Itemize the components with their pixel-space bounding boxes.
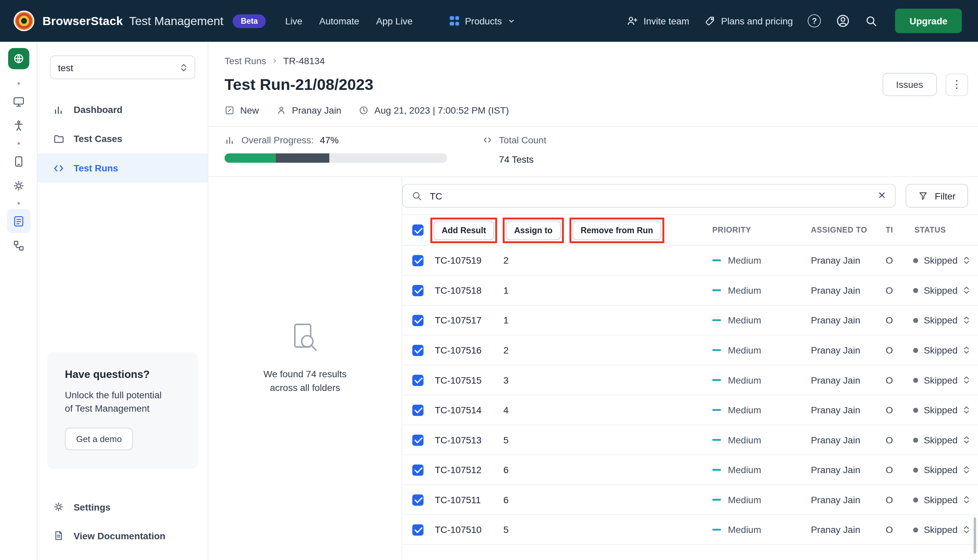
test-case-title: 6: [503, 465, 712, 475]
breadcrumb-test-runs[interactable]: Test Runs: [225, 55, 266, 66]
add-result-button[interactable]: Add Result: [434, 220, 494, 240]
priority-cell: Medium: [712, 524, 811, 535]
rail-live-icon[interactable]: [7, 89, 30, 113]
rail-settings-product-icon[interactable]: [7, 173, 30, 198]
status-dot-icon: [913, 527, 918, 532]
priority-label: Medium: [728, 345, 761, 355]
plans-pricing-button[interactable]: Plans and pricing: [704, 15, 793, 27]
status-label: Skipped: [924, 465, 958, 475]
row-checkbox[interactable]: [412, 285, 424, 296]
clear-search-icon[interactable]: ✕: [878, 191, 886, 201]
products-menu[interactable]: Products: [450, 16, 515, 27]
sidebar-item-label: Test Runs: [73, 163, 118, 173]
assign-to-button[interactable]: Assign to: [506, 220, 561, 240]
sidebar: test Dashboard Test Cases Test Runs H: [37, 42, 208, 560]
documentation-label: View Documentation: [73, 530, 165, 541]
filter-button[interactable]: Filter: [905, 184, 968, 207]
nav-link-app-live[interactable]: App Live: [376, 16, 412, 27]
row-checkbox[interactable]: [412, 375, 424, 386]
table-row[interactable]: TC-107513 5 Medium Pranay Jain O Skipped: [402, 425, 978, 455]
bar-chart-icon: [53, 104, 65, 115]
row-checkbox[interactable]: [412, 524, 424, 535]
status-select[interactable]: Skipped: [905, 524, 978, 535]
rail-test-observability-icon[interactable]: [7, 233, 30, 258]
priority-medium-icon: [712, 499, 721, 501]
priority-cell: Medium: [712, 255, 811, 266]
status-select[interactable]: Skipped: [905, 435, 978, 445]
settings-button[interactable]: Settings: [37, 493, 208, 521]
sidebar-item-dashboard[interactable]: Dashboard: [37, 95, 208, 124]
invite-team-button[interactable]: Invite team: [626, 15, 689, 27]
view-documentation-button[interactable]: View Documentation: [37, 521, 208, 550]
test-case-title: 5: [503, 524, 712, 535]
upgrade-button[interactable]: Upgrade: [895, 9, 961, 33]
breadcrumb-separator-icon: ›: [273, 55, 276, 66]
rail-test-management-icon[interactable]: [7, 209, 30, 233]
test-case-title: 3: [503, 375, 712, 386]
select-all-checkbox[interactable]: [412, 225, 424, 236]
table-row[interactable]: TC-107511 6 Medium Pranay Jain O Skipped: [402, 485, 978, 515]
table-row[interactable]: TC-107518 1 Medium Pranay Jain O Skipped: [402, 276, 978, 306]
rail-app-automate-icon[interactable]: [7, 149, 30, 173]
status-select[interactable]: Skipped: [905, 465, 978, 475]
remove-from-run-button[interactable]: Remove from Run: [572, 220, 661, 240]
status-select[interactable]: Skipped: [905, 405, 978, 415]
project-selector[interactable]: test: [50, 55, 195, 79]
ti-cell: O: [886, 315, 905, 325]
rail-accessibility-icon[interactable]: [7, 113, 30, 138]
updown-chevron-icon: [963, 375, 970, 385]
updown-chevron-icon: [963, 315, 970, 325]
status-select[interactable]: Skipped: [905, 375, 978, 386]
row-checkbox[interactable]: [412, 494, 424, 505]
table-row[interactable]: TC-107517 1 Medium Pranay Jain O Skipped: [402, 305, 978, 335]
total-count-value: 74 Tests: [482, 154, 546, 165]
browserstack-logo-icon[interactable]: [14, 11, 34, 32]
get-demo-button[interactable]: Get a demo: [65, 428, 133, 450]
search-input[interactable]: [430, 190, 870, 201]
search-box[interactable]: ✕: [402, 184, 895, 207]
priority-medium-icon: [712, 259, 721, 261]
priority-cell: Medium: [712, 435, 811, 445]
run-state[interactable]: New: [225, 105, 259, 115]
issues-button[interactable]: Issues: [883, 73, 937, 96]
sidebar-item-test-cases[interactable]: Test Cases: [37, 124, 208, 153]
row-checkbox[interactable]: [412, 314, 424, 326]
row-checkbox[interactable]: [412, 255, 424, 266]
help-icon[interactable]: ?: [808, 14, 821, 27]
table-row[interactable]: TC-107514 4 Medium Pranay Jain O Skipped: [402, 395, 978, 425]
row-checkbox[interactable]: [412, 434, 424, 446]
table-row[interactable]: TC-107515 3 Medium Pranay Jain O Skipped: [402, 365, 978, 396]
ti-cell: O: [886, 465, 905, 475]
row-checkbox[interactable]: [412, 345, 424, 356]
table-row[interactable]: TC-107510 5 Medium Pranay Jain O Skipped: [402, 515, 978, 545]
status-select[interactable]: Skipped: [905, 285, 978, 296]
product-switcher-button[interactable]: [8, 48, 29, 69]
status-select[interactable]: Skipped: [905, 255, 978, 266]
table-row[interactable]: TC-107519 2 Medium Pranay Jain O Skipped: [402, 246, 978, 276]
scrollbar-thumb[interactable]: [974, 518, 976, 553]
status-select[interactable]: Skipped: [905, 315, 978, 325]
row-checkbox[interactable]: [412, 404, 424, 416]
tag-icon: [704, 15, 716, 27]
account-icon[interactable]: [836, 14, 850, 28]
test-case-id: TC-107516: [435, 345, 503, 355]
sidebar-item-test-runs[interactable]: Test Runs: [37, 153, 208, 183]
settings-label: Settings: [73, 502, 110, 512]
nav-link-live[interactable]: Live: [285, 16, 302, 27]
priority-label: Medium: [728, 405, 761, 415]
priority-cell: Medium: [712, 405, 811, 415]
kebab-menu-button[interactable]: ⋮: [946, 73, 968, 95]
main-content: Test Runs › TR-48134 Test Run-21/08/2023…: [208, 42, 978, 560]
row-checkbox[interactable]: [412, 464, 424, 475]
rail-dot-icon: [17, 202, 19, 205]
updown-chevron-icon: [963, 256, 970, 265]
assigned-to-cell: Pranay Jain: [811, 285, 886, 296]
table-row[interactable]: TC-107512 6 Medium Pranay Jain O Skipped: [402, 455, 978, 485]
table-row[interactable]: TC-107516 2 Medium Pranay Jain O Skipped: [402, 335, 978, 365]
nav-link-automate[interactable]: Automate: [319, 16, 359, 27]
search-icon[interactable]: [865, 15, 878, 27]
products-label: Products: [465, 16, 502, 27]
status-select[interactable]: Skipped: [905, 345, 978, 355]
priority-medium-icon: [712, 319, 721, 321]
status-select[interactable]: Skipped: [905, 495, 978, 505]
